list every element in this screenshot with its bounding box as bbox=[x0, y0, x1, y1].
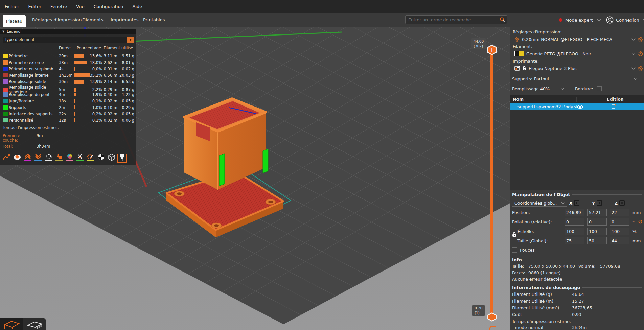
slider-edit-icon[interactable] bbox=[489, 326, 496, 330]
view-sliced-thumbnail[interactable] bbox=[23, 318, 46, 330]
login-label: Connexion bbox=[616, 18, 639, 23]
filament-select[interactable]: Generic PETG @ELEGOO - Noir bbox=[512, 50, 637, 57]
position-z-field[interactable] bbox=[610, 209, 629, 216]
type-color-swatch bbox=[3, 73, 8, 77]
brim-checkbox[interactable] bbox=[597, 86, 602, 91]
layer-slider[interactable] bbox=[490, 50, 493, 317]
search-icon[interactable] bbox=[500, 17, 505, 22]
size-x-field[interactable] bbox=[565, 237, 584, 244]
type-weight: 1.22 g bbox=[119, 92, 136, 97]
normal-mode-label: - mode normal bbox=[512, 325, 572, 330]
dropdown-arrow-icon[interactable]: ▼ bbox=[127, 37, 134, 43]
pause-prints-icon[interactable] bbox=[75, 154, 85, 163]
tab-filaments[interactable]: Filaments bbox=[82, 13, 104, 27]
print-settings-gear-icon[interactable] bbox=[638, 37, 643, 42]
legend-row: Remplissage solide supérieur 5m 2,2% 0.2… bbox=[0, 85, 136, 91]
printer-label: Imprimante: bbox=[513, 58, 644, 64]
wipe-icon[interactable] bbox=[13, 154, 22, 163]
tab-imprimantes[interactable]: Imprimantes bbox=[111, 13, 138, 27]
mode-selector[interactable]: Mode expert bbox=[559, 13, 600, 27]
seams-icon[interactable] bbox=[44, 154, 53, 163]
axis-z-icon[interactable] bbox=[619, 200, 625, 206]
coordinates-select[interactable]: Coordonnées glob... bbox=[512, 199, 567, 207]
filament-used-g-value: 46,64 bbox=[572, 292, 584, 297]
reset-rotation-icon[interactable]: ↺ bbox=[638, 218, 643, 225]
type-label: Interface des supports bbox=[9, 112, 59, 116]
scale-z-field[interactable] bbox=[610, 228, 629, 235]
manipulation-title: Manipulation de l'Objet bbox=[512, 192, 642, 197]
tab-reglages-impression[interactable]: Réglages d'Impression bbox=[32, 13, 82, 27]
position-x-field[interactable] bbox=[565, 209, 584, 216]
size-z-field[interactable] bbox=[610, 237, 629, 244]
printer-gear-icon[interactable] bbox=[638, 66, 643, 71]
center-of-mass-icon[interactable] bbox=[96, 154, 106, 163]
deretractions-icon[interactable] bbox=[33, 154, 43, 163]
size-y-field[interactable] bbox=[587, 237, 607, 244]
menu-fenetre[interactable]: Fenêtre bbox=[50, 4, 67, 9]
volume-label: Volume: bbox=[578, 264, 600, 269]
printer-select[interactable]: Elegoo Neptune-3 Plus bbox=[512, 65, 637, 72]
eye-icon[interactable] bbox=[577, 104, 583, 109]
tool-changes-icon[interactable] bbox=[54, 154, 64, 163]
supports-select[interactable]: Partout bbox=[532, 75, 639, 82]
filament-value: Generic PETG @ELEGOO - Noir bbox=[526, 51, 628, 56]
color-changes-icon[interactable] bbox=[65, 154, 74, 163]
filament-used-m-label: Filament Utilisé (m) bbox=[512, 299, 572, 304]
menu-aide[interactable]: Aide bbox=[133, 4, 142, 9]
uniform-scale-lock-icon[interactable] bbox=[512, 232, 516, 237]
percent-bar bbox=[74, 93, 76, 96]
tab-plateau[interactable]: Plateau bbox=[3, 15, 26, 27]
edit-column-header[interactable]: Édition bbox=[586, 97, 644, 102]
custom-gcode-icon[interactable] bbox=[86, 154, 95, 163]
infill-label: Remplissage: bbox=[512, 86, 538, 91]
axis-x-label: X bbox=[569, 201, 573, 206]
type-length: 0.40 m bbox=[104, 92, 119, 97]
tab-printables[interactable]: Printables bbox=[143, 13, 165, 27]
collapse-icon[interactable]: ▼ bbox=[2, 30, 4, 33]
object-name[interactable]: supportEspwroom32-Body.st bbox=[510, 104, 577, 109]
extruder-icon[interactable] bbox=[117, 154, 127, 163]
shells-icon[interactable] bbox=[107, 154, 116, 163]
filament-used-mm3-label: Filament Utilisé (mm³) bbox=[512, 305, 572, 310]
type-label: Remplissage solide bbox=[9, 79, 59, 84]
type-color-swatch bbox=[3, 105, 8, 110]
position-y-field[interactable] bbox=[587, 209, 607, 216]
scale-unit: % bbox=[632, 229, 644, 234]
filament-gear-icon[interactable] bbox=[638, 51, 643, 56]
rotation-x-field[interactable] bbox=[565, 218, 584, 226]
print-settings-select[interactable]: 0.20mm NORMAL @ELEGOO - PIECE MECA bbox=[512, 36, 637, 43]
object-list-body[interactable] bbox=[510, 110, 644, 190]
search-box[interactable] bbox=[405, 15, 507, 24]
axis-x-icon[interactable] bbox=[574, 200, 579, 206]
menu-editer[interactable]: Editer bbox=[28, 4, 42, 9]
scale-y-field[interactable] bbox=[587, 228, 607, 235]
login-button[interactable]: Connexion bbox=[606, 13, 644, 27]
axis-y-icon[interactable] bbox=[597, 200, 602, 206]
3d-viewport[interactable]: ▼ Legend Type d'élément ▼ Durée Pourcent… bbox=[0, 27, 510, 330]
name-column-header[interactable]: Nom bbox=[510, 97, 577, 102]
rotation-z-field[interactable] bbox=[610, 218, 629, 226]
print-time-title: Temps d'impression estimé: bbox=[512, 319, 571, 324]
errors-status: Aucune erreur détectée bbox=[512, 277, 562, 282]
inches-checkbox[interactable] bbox=[512, 248, 517, 253]
legend-header[interactable]: ▼ Legend bbox=[0, 29, 136, 34]
infill-select[interactable]: 40% bbox=[538, 85, 566, 92]
axis-y-label: Y bbox=[592, 201, 595, 206]
view-type-dropdown[interactable]: Type d'élément ▼ bbox=[3, 37, 134, 43]
view-type-value[interactable]: Type d'élément bbox=[3, 37, 127, 43]
filament-label: Filament: bbox=[513, 44, 644, 49]
menu-vue[interactable]: Vue bbox=[76, 4, 84, 9]
menu-configuration[interactable]: Configuration bbox=[93, 4, 123, 9]
scale-x-field[interactable] bbox=[565, 228, 584, 235]
view-3d-thumbnail[interactable] bbox=[0, 318, 23, 330]
object-row[interactable]: supportEspwroom32-Body.st bbox=[510, 103, 644, 110]
edit-object-icon[interactable] bbox=[611, 103, 617, 109]
travels-icon[interactable] bbox=[2, 154, 11, 163]
type-length: 3.11 m bbox=[104, 54, 119, 58]
legend-table-header: Durée Pourcentage Filament utilisé bbox=[0, 45, 136, 51]
rotation-y-field[interactable] bbox=[587, 218, 607, 226]
search-input[interactable] bbox=[408, 17, 500, 23]
menu-fichier[interactable]: Fichier bbox=[5, 4, 19, 9]
retractions-icon[interactable] bbox=[23, 154, 32, 163]
layers-icon bbox=[26, 318, 43, 329]
